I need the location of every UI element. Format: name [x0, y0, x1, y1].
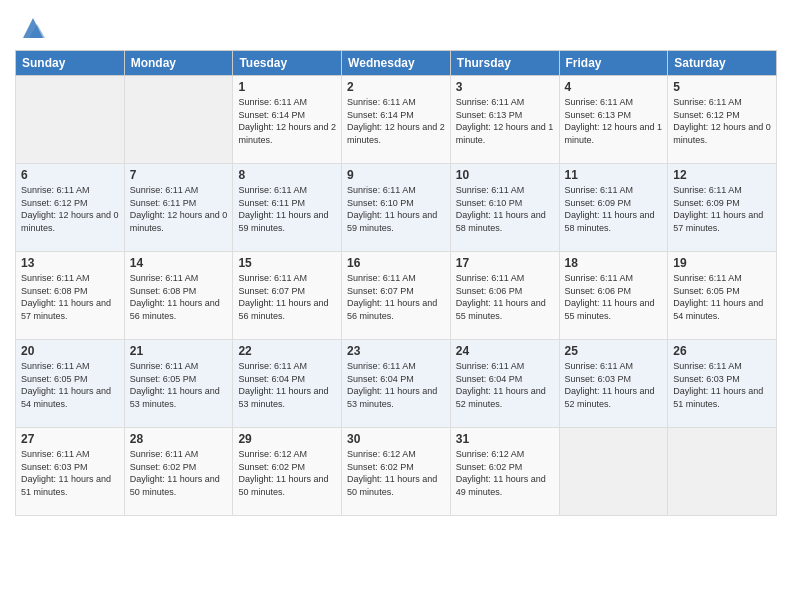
day-number: 5: [673, 80, 771, 94]
day-info: Sunrise: 6:11 AM Sunset: 6:06 PM Dayligh…: [565, 272, 663, 322]
weekday-header-saturday: Saturday: [668, 51, 777, 76]
day-number: 4: [565, 80, 663, 94]
calendar-cell: 9Sunrise: 6:11 AM Sunset: 6:10 PM Daylig…: [342, 164, 451, 252]
day-number: 16: [347, 256, 445, 270]
calendar-cell: 11Sunrise: 6:11 AM Sunset: 6:09 PM Dayli…: [559, 164, 668, 252]
day-info: Sunrise: 6:11 AM Sunset: 6:11 PM Dayligh…: [130, 184, 228, 234]
day-info: Sunrise: 6:11 AM Sunset: 6:08 PM Dayligh…: [130, 272, 228, 322]
day-number: 20: [21, 344, 119, 358]
day-number: 19: [673, 256, 771, 270]
calendar-cell: 19Sunrise: 6:11 AM Sunset: 6:05 PM Dayli…: [668, 252, 777, 340]
day-info: Sunrise: 6:11 AM Sunset: 6:10 PM Dayligh…: [347, 184, 445, 234]
day-info: Sunrise: 6:11 AM Sunset: 6:10 PM Dayligh…: [456, 184, 554, 234]
calendar-cell: 10Sunrise: 6:11 AM Sunset: 6:10 PM Dayli…: [450, 164, 559, 252]
day-number: 29: [238, 432, 336, 446]
day-info: Sunrise: 6:11 AM Sunset: 6:04 PM Dayligh…: [238, 360, 336, 410]
day-number: 10: [456, 168, 554, 182]
day-info: Sunrise: 6:11 AM Sunset: 6:11 PM Dayligh…: [238, 184, 336, 234]
day-info: Sunrise: 6:11 AM Sunset: 6:12 PM Dayligh…: [21, 184, 119, 234]
calendar-cell: 2Sunrise: 6:11 AM Sunset: 6:14 PM Daylig…: [342, 76, 451, 164]
day-info: Sunrise: 6:11 AM Sunset: 6:03 PM Dayligh…: [565, 360, 663, 410]
calendar-table: SundayMondayTuesdayWednesdayThursdayFrid…: [15, 50, 777, 516]
calendar-week-row: 27Sunrise: 6:11 AM Sunset: 6:03 PM Dayli…: [16, 428, 777, 516]
day-info: Sunrise: 6:11 AM Sunset: 6:06 PM Dayligh…: [456, 272, 554, 322]
calendar-week-row: 20Sunrise: 6:11 AM Sunset: 6:05 PM Dayli…: [16, 340, 777, 428]
calendar-cell: 26Sunrise: 6:11 AM Sunset: 6:03 PM Dayli…: [668, 340, 777, 428]
day-number: 18: [565, 256, 663, 270]
day-info: Sunrise: 6:11 AM Sunset: 6:13 PM Dayligh…: [456, 96, 554, 146]
calendar-cell: [559, 428, 668, 516]
day-info: Sunrise: 6:11 AM Sunset: 6:02 PM Dayligh…: [130, 448, 228, 498]
day-number: 9: [347, 168, 445, 182]
calendar-cell: 23Sunrise: 6:11 AM Sunset: 6:04 PM Dayli…: [342, 340, 451, 428]
day-info: Sunrise: 6:11 AM Sunset: 6:14 PM Dayligh…: [347, 96, 445, 146]
day-number: 3: [456, 80, 554, 94]
day-info: Sunrise: 6:11 AM Sunset: 6:13 PM Dayligh…: [565, 96, 663, 146]
day-info: Sunrise: 6:11 AM Sunset: 6:04 PM Dayligh…: [347, 360, 445, 410]
day-number: 28: [130, 432, 228, 446]
calendar-week-row: 6Sunrise: 6:11 AM Sunset: 6:12 PM Daylig…: [16, 164, 777, 252]
day-number: 17: [456, 256, 554, 270]
logo-icon: [19, 14, 47, 42]
day-info: Sunrise: 6:11 AM Sunset: 6:03 PM Dayligh…: [21, 448, 119, 498]
calendar-cell: 20Sunrise: 6:11 AM Sunset: 6:05 PM Dayli…: [16, 340, 125, 428]
calendar-cell: [124, 76, 233, 164]
day-number: 1: [238, 80, 336, 94]
day-number: 22: [238, 344, 336, 358]
calendar-week-row: 1Sunrise: 6:11 AM Sunset: 6:14 PM Daylig…: [16, 76, 777, 164]
day-number: 12: [673, 168, 771, 182]
day-info: Sunrise: 6:11 AM Sunset: 6:07 PM Dayligh…: [347, 272, 445, 322]
calendar-cell: 8Sunrise: 6:11 AM Sunset: 6:11 PM Daylig…: [233, 164, 342, 252]
calendar-cell: 5Sunrise: 6:11 AM Sunset: 6:12 PM Daylig…: [668, 76, 777, 164]
calendar-cell: 15Sunrise: 6:11 AM Sunset: 6:07 PM Dayli…: [233, 252, 342, 340]
day-info: Sunrise: 6:12 AM Sunset: 6:02 PM Dayligh…: [347, 448, 445, 498]
logo: [15, 14, 47, 42]
day-info: Sunrise: 6:11 AM Sunset: 6:09 PM Dayligh…: [565, 184, 663, 234]
weekday-header-thursday: Thursday: [450, 51, 559, 76]
day-number: 6: [21, 168, 119, 182]
day-info: Sunrise: 6:11 AM Sunset: 6:12 PM Dayligh…: [673, 96, 771, 146]
calendar-cell: 12Sunrise: 6:11 AM Sunset: 6:09 PM Dayli…: [668, 164, 777, 252]
day-info: Sunrise: 6:11 AM Sunset: 6:05 PM Dayligh…: [21, 360, 119, 410]
calendar-cell: 18Sunrise: 6:11 AM Sunset: 6:06 PM Dayli…: [559, 252, 668, 340]
day-number: 23: [347, 344, 445, 358]
weekday-header-wednesday: Wednesday: [342, 51, 451, 76]
calendar-cell: 25Sunrise: 6:11 AM Sunset: 6:03 PM Dayli…: [559, 340, 668, 428]
calendar-cell: 6Sunrise: 6:11 AM Sunset: 6:12 PM Daylig…: [16, 164, 125, 252]
calendar-cell: 28Sunrise: 6:11 AM Sunset: 6:02 PM Dayli…: [124, 428, 233, 516]
day-info: Sunrise: 6:11 AM Sunset: 6:03 PM Dayligh…: [673, 360, 771, 410]
day-info: Sunrise: 6:11 AM Sunset: 6:08 PM Dayligh…: [21, 272, 119, 322]
day-number: 31: [456, 432, 554, 446]
day-number: 7: [130, 168, 228, 182]
calendar-cell: 14Sunrise: 6:11 AM Sunset: 6:08 PM Dayli…: [124, 252, 233, 340]
calendar-cell: 4Sunrise: 6:11 AM Sunset: 6:13 PM Daylig…: [559, 76, 668, 164]
calendar-cell: 3Sunrise: 6:11 AM Sunset: 6:13 PM Daylig…: [450, 76, 559, 164]
day-number: 14: [130, 256, 228, 270]
calendar-cell: 7Sunrise: 6:11 AM Sunset: 6:11 PM Daylig…: [124, 164, 233, 252]
calendar-cell: 21Sunrise: 6:11 AM Sunset: 6:05 PM Dayli…: [124, 340, 233, 428]
day-number: 8: [238, 168, 336, 182]
day-info: Sunrise: 6:12 AM Sunset: 6:02 PM Dayligh…: [238, 448, 336, 498]
day-number: 2: [347, 80, 445, 94]
page-header: [15, 10, 777, 42]
day-number: 27: [21, 432, 119, 446]
weekday-header-sunday: Sunday: [16, 51, 125, 76]
calendar-week-row: 13Sunrise: 6:11 AM Sunset: 6:08 PM Dayli…: [16, 252, 777, 340]
day-number: 15: [238, 256, 336, 270]
calendar-cell: 27Sunrise: 6:11 AM Sunset: 6:03 PM Dayli…: [16, 428, 125, 516]
day-info: Sunrise: 6:12 AM Sunset: 6:02 PM Dayligh…: [456, 448, 554, 498]
calendar-cell: 31Sunrise: 6:12 AM Sunset: 6:02 PM Dayli…: [450, 428, 559, 516]
day-info: Sunrise: 6:11 AM Sunset: 6:05 PM Dayligh…: [673, 272, 771, 322]
weekday-header-row: SundayMondayTuesdayWednesdayThursdayFrid…: [16, 51, 777, 76]
calendar-cell: 1Sunrise: 6:11 AM Sunset: 6:14 PM Daylig…: [233, 76, 342, 164]
calendar-cell: 29Sunrise: 6:12 AM Sunset: 6:02 PM Dayli…: [233, 428, 342, 516]
weekday-header-tuesday: Tuesday: [233, 51, 342, 76]
calendar-cell: 24Sunrise: 6:11 AM Sunset: 6:04 PM Dayli…: [450, 340, 559, 428]
day-number: 11: [565, 168, 663, 182]
day-info: Sunrise: 6:11 AM Sunset: 6:04 PM Dayligh…: [456, 360, 554, 410]
day-number: 25: [565, 344, 663, 358]
day-info: Sunrise: 6:11 AM Sunset: 6:05 PM Dayligh…: [130, 360, 228, 410]
day-number: 30: [347, 432, 445, 446]
calendar-cell: 22Sunrise: 6:11 AM Sunset: 6:04 PM Dayli…: [233, 340, 342, 428]
day-info: Sunrise: 6:11 AM Sunset: 6:14 PM Dayligh…: [238, 96, 336, 146]
